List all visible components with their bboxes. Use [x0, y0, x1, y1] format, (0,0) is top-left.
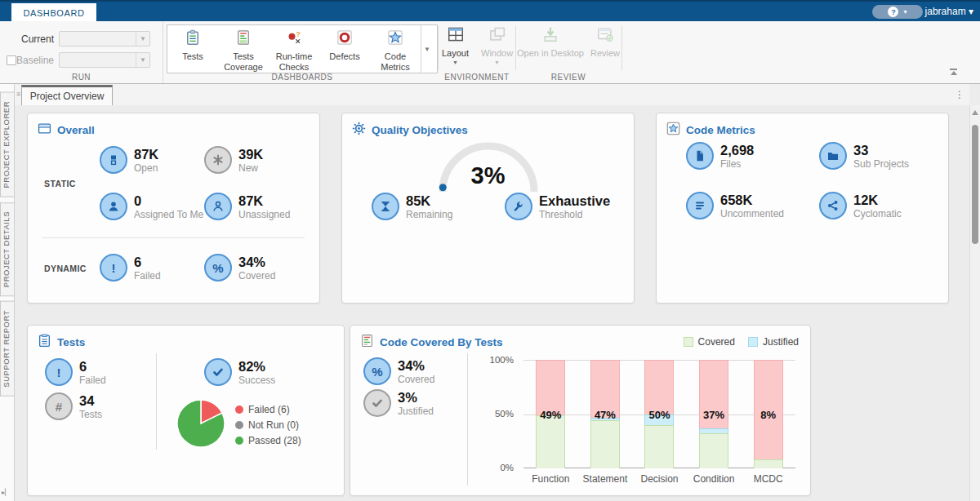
layout-button[interactable]: Layout ▼ — [442, 25, 469, 65]
tests-coverage-dashboard-button[interactable]: Tests Coverage — [218, 25, 269, 73]
card-title: Overall — [57, 124, 95, 136]
svg-text:✕: ✕ — [295, 38, 301, 46]
coverage-bar-condition: 37%Condition — [699, 360, 728, 468]
coverage-legend-item: Justified — [748, 336, 799, 348]
x-axis-category-label: Decision — [640, 473, 678, 485]
chevron-down-icon: ▾ — [903, 8, 906, 16]
vertical-scrollbar[interactable] — [969, 105, 980, 501]
button-label: Run-time Checks — [269, 51, 319, 72]
help-icon: ? — [888, 7, 898, 17]
bar-segment-uncovered — [644, 360, 674, 415]
sidebar-collapse-icon[interactable]: ▸▏ — [2, 489, 10, 496]
stat-threshold: ExhaustiveThreshold — [505, 193, 610, 221]
stat-open: 87KOpen — [100, 146, 158, 175]
overall-card: Overall STATIC DYNAMIC 87KOpen 39KNew 0A… — [27, 113, 320, 304]
environment-group: Layout ▼ Window ▼ ENVIRONMENT — [439, 21, 515, 83]
current-run-dropdown[interactable]: ▼ — [59, 31, 150, 47]
star-box-icon — [666, 122, 680, 139]
coverage-legend: Covered Justified — [684, 336, 799, 348]
folder-icon — [819, 142, 847, 170]
percent-icon: % — [204, 254, 232, 282]
current-label: Current — [0, 33, 59, 45]
run-group: Current ▼ Baseline ▼ RUN — [0, 21, 163, 83]
stat-unassigned: 87KUnassigned — [204, 193, 290, 221]
defects-dashboard-button[interactable]: Defects — [319, 25, 370, 73]
help-menu[interactable]: ? ▾ — [872, 5, 923, 19]
card-title: Code Covered By Tests — [380, 336, 503, 348]
bar-segment-covered — [536, 415, 565, 468]
collapse-ribbon-icon — [950, 69, 957, 70]
scrollbar-thumb[interactable] — [972, 125, 978, 244]
divider — [467, 353, 468, 485]
stat-cov-justified: 3%Justified — [363, 389, 434, 418]
stat-success: 82%Success — [204, 358, 275, 387]
dashboards-more-button[interactable]: ▼ — [421, 25, 433, 73]
splitter-handle-icon[interactable]: ≡ — [16, 90, 20, 98]
baseline-run-dropdown[interactable]: ▼ — [59, 52, 150, 68]
sidebar-tab-project-explorer[interactable]: PROJECT EXPLORER — [0, 92, 14, 197]
stat-tests-count: # 34Tests — [45, 392, 102, 421]
hourglass-icon — [372, 193, 399, 220]
code-metrics-card: Code Metrics 2,698Files 33Sub Projects 6… — [656, 113, 949, 304]
tab-options-kebab-icon[interactable]: ⋮ — [955, 89, 964, 100]
bar-segment-covered — [590, 420, 620, 468]
bar-value-label: 47% — [595, 408, 616, 420]
notrun-legend-dot — [235, 421, 243, 429]
review-button[interactable]: Review — [590, 25, 620, 58]
titlebar: DASHBOARD ? ▾ jabraham ▾ — [0, 0, 980, 21]
code-metrics-star-icon — [387, 29, 403, 49]
review-group-label: REVIEW — [515, 73, 621, 82]
quality-gauge: 3% — [431, 135, 546, 198]
chevron-down-icon: ▼ — [494, 60, 500, 65]
failed-legend-dot — [235, 406, 243, 414]
stat-tests-failed: ! 6Failed — [45, 358, 106, 387]
ribbon-tab-dashboard[interactable]: DASHBOARD — [11, 3, 96, 23]
run-group-label: RUN — [0, 73, 163, 82]
coverage-bar-chart: 49%Function47%Statement50%Decision37%Con… — [523, 360, 795, 468]
tests-card: Tests ! 6Failed # 34Tests 82%Success Fai… — [27, 325, 345, 496]
code-metrics-dashboard-button[interactable]: Code Metrics — [370, 25, 421, 73]
coverage-legend-item: Covered — [684, 336, 735, 348]
collapse-ribbon-button[interactable] — [950, 69, 957, 75]
sidebar-tab-project-details[interactable]: PROJECT DETAILS — [0, 202, 14, 296]
covered-legend-swatch — [684, 337, 693, 347]
scroll-up-arrow-icon[interactable] — [972, 110, 978, 115]
tab-project-overview[interactable]: Project Overview — [21, 85, 113, 105]
sidebar-tab-support-report[interactable]: SUPPORT REPORT — [0, 301, 14, 397]
coverage-bars: 49%Function47%Statement50%Decision37%Con… — [523, 360, 795, 468]
check-icon — [363, 389, 391, 417]
left-sidebar: PROJECT EXPLORER PROJECT DETAILS SUPPORT… — [0, 84, 15, 501]
file-icon — [686, 142, 714, 170]
user-menu[interactable]: jabraham ▾ — [925, 6, 973, 17]
button-label: Open in Desktop — [517, 48, 584, 58]
stat-covered: % 34%Covered — [204, 254, 275, 282]
bar-value-label: 8% — [760, 408, 776, 420]
y-axis-tick: 100% — [479, 355, 514, 365]
tests-dashboard-button[interactable]: Tests — [167, 25, 218, 73]
button-label: Defects — [329, 51, 359, 62]
review-group: Open in Desktop Review REVIEW — [515, 21, 621, 83]
review-icon — [596, 25, 614, 47]
x-axis-category-label: Statement — [583, 473, 628, 485]
open-in-desktop-button[interactable]: Open in Desktop — [517, 25, 584, 58]
window-button[interactable]: Window ▼ — [481, 25, 513, 65]
runtime-checks-dashboard-button[interactable]: ?✕ Run-time Checks — [269, 25, 319, 73]
dashboards-group-label: DASHBOARDS — [167, 73, 438, 82]
coverage-doc-icon — [360, 334, 374, 351]
text-lines-icon — [686, 192, 714, 219]
stat-files: 2,698Files — [686, 142, 754, 171]
tests-clipboard-icon — [185, 29, 201, 49]
coverage-bar-function: 49%Function — [536, 360, 565, 468]
bar-segment-uncovered — [536, 360, 565, 415]
button-label: Review — [590, 48, 620, 58]
tests-pie-wrap — [175, 397, 227, 450]
toolbar-separator — [621, 26, 622, 70]
open-issues-icon — [100, 146, 127, 174]
x-axis-category-label: Condition — [693, 473, 735, 485]
exclamation-icon: ! — [45, 358, 73, 386]
window-icon — [488, 25, 506, 47]
hash-icon: # — [45, 392, 73, 420]
chevron-down-icon: ▼ — [136, 53, 149, 67]
dashboard-content: Overall STATIC DYNAMIC 87KOpen 39KNew 0A… — [15, 105, 969, 501]
code-coverage-card: Code Covered By Tests Covered Justified … — [350, 325, 811, 496]
